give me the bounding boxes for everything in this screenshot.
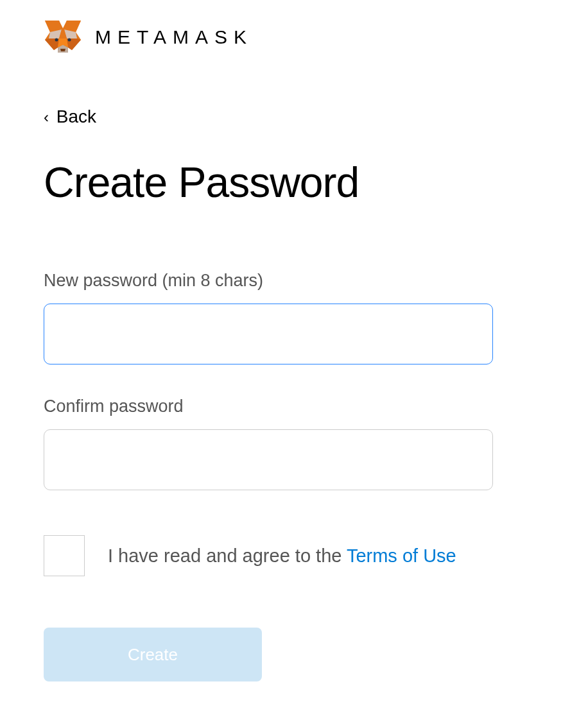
new-password-group: New password (min 8 chars) bbox=[44, 271, 544, 364]
terms-checkbox[interactable] bbox=[44, 535, 85, 576]
terms-row: I have read and agree to the Terms of Us… bbox=[44, 535, 544, 576]
terms-of-use-link[interactable]: Terms of Use bbox=[347, 545, 456, 566]
new-password-input[interactable] bbox=[44, 304, 493, 364]
svg-point-10 bbox=[55, 39, 58, 42]
create-button[interactable]: Create bbox=[44, 628, 262, 681]
confirm-password-group: Confirm password bbox=[44, 397, 544, 490]
confirm-password-label: Confirm password bbox=[44, 397, 544, 416]
brand-name: METAMASK bbox=[95, 26, 253, 48]
page-title: Create Password bbox=[44, 158, 544, 207]
chevron-left-icon: ‹ bbox=[44, 108, 49, 126]
back-label: Back bbox=[56, 107, 96, 126]
metamask-fox-icon bbox=[44, 19, 82, 55]
terms-text: I have read and agree to the Terms of Us… bbox=[108, 545, 456, 567]
terms-text-prefix: I have read and agree to the bbox=[108, 545, 347, 566]
app-header: METAMASK bbox=[44, 19, 544, 55]
back-button[interactable]: ‹ Back bbox=[44, 107, 544, 127]
svg-point-11 bbox=[68, 39, 71, 42]
confirm-password-input[interactable] bbox=[44, 429, 493, 490]
new-password-label: New password (min 8 chars) bbox=[44, 271, 544, 291]
svg-marker-12 bbox=[60, 49, 65, 51]
